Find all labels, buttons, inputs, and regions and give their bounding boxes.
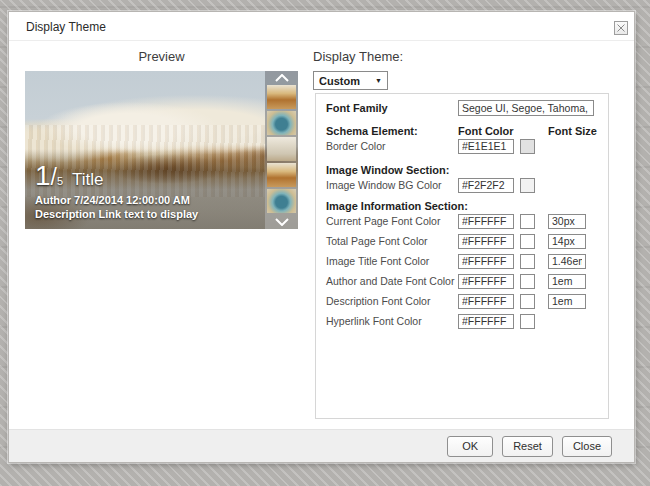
- current-page-label: Current Page Font Color: [326, 215, 458, 227]
- hyperlink-color-input[interactable]: [458, 314, 514, 329]
- image-title-row: Image Title Font Color: [326, 253, 608, 269]
- author-date-size-input[interactable]: [548, 274, 586, 289]
- window-bg-input[interactable]: [458, 178, 514, 193]
- current-page-swatch[interactable]: [520, 214, 535, 229]
- dialog-footer: OK Reset Close: [9, 429, 634, 462]
- dialog-titlebar: Display Theme: [9, 12, 634, 41]
- description-link-text[interactable]: Description Link text to display: [35, 207, 198, 221]
- close-icon: [617, 24, 625, 32]
- column-header-row: Schema Element: Font Color Font Size: [326, 124, 608, 137]
- author-date-label: Author and Date Font Color: [326, 275, 458, 287]
- author-date-text: Author 7/24/2014 12:00:00 AM: [35, 193, 198, 207]
- font-family-row: Font Family: [326, 100, 608, 116]
- preview-heading: Preview: [25, 49, 298, 64]
- close-button[interactable]: [614, 21, 628, 35]
- info-section-header-row: Image Information Section:: [326, 199, 608, 212]
- current-page-row: Current Page Font Color: [326, 213, 608, 229]
- preview-image: 1 / 5 Title Author 7/24/2014 12:00:00 AM…: [25, 71, 298, 229]
- image-title-size-input[interactable]: [548, 254, 586, 269]
- font-size-header: Font Size: [548, 125, 597, 137]
- font-family-input[interactable]: [458, 100, 594, 116]
- current-page-number: 1: [35, 162, 51, 190]
- border-color-swatch[interactable]: [520, 139, 535, 154]
- window-section-header-row: Image Window Section:: [326, 163, 608, 176]
- chevron-up-icon: [274, 74, 290, 82]
- thumbnail-1[interactable]: [267, 85, 296, 109]
- border-color-label: Border Color: [326, 140, 458, 152]
- total-page-size-input[interactable]: [548, 234, 586, 249]
- theme-select-value: Custom: [319, 75, 360, 87]
- caption-overlay: 1 / 5 Title Author 7/24/2014 12:00:00 AM…: [25, 149, 265, 229]
- thumbnail-5[interactable]: [267, 189, 296, 213]
- scroll-down-button[interactable]: [265, 215, 298, 229]
- hyperlink-swatch[interactable]: [520, 314, 535, 329]
- display-theme-dialog: Display Theme Preview 1 / 5 Title Author…: [8, 11, 635, 463]
- thumbnail-2[interactable]: [267, 111, 296, 135]
- settings-box: Font Family Schema Element: Font Color F…: [315, 93, 609, 419]
- thumbnail-3[interactable]: [267, 137, 296, 161]
- chevron-down-icon: ▼: [375, 77, 382, 84]
- image-title-swatch[interactable]: [520, 254, 535, 269]
- image-info-section-header: Image Information Section:: [326, 200, 458, 212]
- description-row: Description Font Color: [326, 293, 608, 309]
- font-family-label: Font Family: [326, 102, 458, 114]
- hyperlink-row: Hyperlink Font Color: [326, 313, 608, 329]
- image-window-section-header: Image Window Section:: [326, 164, 458, 176]
- page-background: { "dialog": { "title": "Display Theme" }…: [0, 0, 650, 486]
- total-page-color-input[interactable]: [458, 234, 514, 249]
- hyperlink-label: Hyperlink Font Color: [326, 315, 458, 327]
- window-bg-row: Image Window BG Color: [326, 177, 608, 193]
- schema-element-header: Schema Element:: [326, 125, 458, 137]
- thumbnail-strip: [265, 71, 298, 229]
- current-page-color-input[interactable]: [458, 214, 514, 229]
- total-page-number: 5: [57, 175, 63, 187]
- border-color-row: Border Color: [326, 138, 608, 154]
- reset-button[interactable]: Reset: [502, 436, 553, 457]
- font-color-header: Font Color: [458, 125, 548, 137]
- window-bg-swatch[interactable]: [520, 178, 535, 193]
- description-color-input[interactable]: [458, 294, 514, 309]
- image-title-label: Image Title Font Color: [326, 255, 458, 267]
- chevron-down-icon: [274, 218, 290, 226]
- total-page-swatch[interactable]: [520, 234, 535, 249]
- window-bg-label: Image Window BG Color: [326, 179, 458, 191]
- theme-select[interactable]: Custom ▼: [313, 71, 388, 90]
- border-color-input[interactable]: [458, 139, 514, 154]
- dialog-title: Display Theme: [26, 20, 106, 34]
- thumbnail-4[interactable]: [267, 163, 296, 187]
- description-label: Description Font Color: [326, 295, 458, 307]
- description-swatch[interactable]: [520, 294, 535, 309]
- total-page-label: Total Page Font Color: [326, 235, 458, 247]
- panel-heading: Display Theme:: [313, 49, 403, 64]
- image-title-text: Title: [72, 170, 104, 190]
- ok-button[interactable]: OK: [447, 436, 493, 457]
- author-date-swatch[interactable]: [520, 274, 535, 289]
- current-page-size-input[interactable]: [548, 214, 586, 229]
- caption-text-block: 1 / 5 Title Author 7/24/2014 12:00:00 AM…: [35, 162, 198, 221]
- scroll-up-button[interactable]: [265, 71, 298, 85]
- author-date-color-input[interactable]: [458, 274, 514, 289]
- close-button-footer[interactable]: Close: [562, 436, 612, 457]
- description-size-input[interactable]: [548, 294, 586, 309]
- image-title-color-input[interactable]: [458, 254, 514, 269]
- author-date-row: Author and Date Font Color: [326, 273, 608, 289]
- page-indicator: 1 / 5 Title: [35, 162, 198, 191]
- total-page-row: Total Page Font Color: [326, 233, 608, 249]
